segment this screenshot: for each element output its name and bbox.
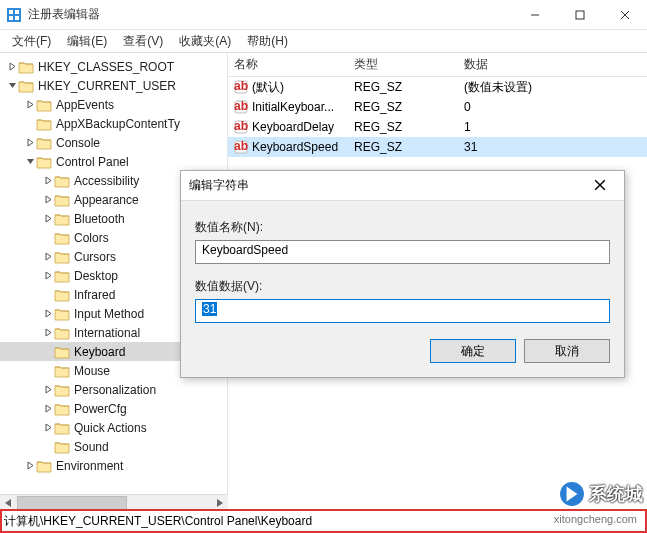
folder-icon <box>54 440 70 454</box>
folder-icon <box>36 98 52 112</box>
tree-item[interactable]: Quick Actions <box>0 418 227 437</box>
svg-marker-13 <box>27 159 34 164</box>
tree-item-label: Sound <box>74 440 109 454</box>
tree-twisty-icon[interactable] <box>6 81 18 90</box>
tree-item-label: Personalization <box>74 383 156 397</box>
value-data-input[interactable]: 31 <box>195 299 610 323</box>
tree-item[interactable]: Environment <box>0 456 227 475</box>
svg-marker-16 <box>46 215 51 222</box>
list-row[interactable]: ab(默认)REG_SZ(数值未设置) <box>228 77 647 97</box>
list-row[interactable]: abInitialKeyboar...REG_SZ0 <box>228 97 647 117</box>
folder-icon <box>54 345 70 359</box>
tree-twisty-icon[interactable] <box>24 138 36 147</box>
tree-twisty-icon[interactable] <box>24 461 36 470</box>
value-name-input-text: KeyboardSpeed <box>202 243 288 257</box>
folder-icon <box>54 250 70 264</box>
folder-icon <box>18 79 34 93</box>
tree-item-label: Keyboard <box>74 345 125 359</box>
svg-marker-19 <box>46 310 51 317</box>
tree-item[interactable]: AppEvents <box>0 95 227 114</box>
svg-marker-14 <box>46 177 51 184</box>
tree-twisty-icon[interactable] <box>6 62 18 71</box>
tree-item-label: AppEvents <box>56 98 114 112</box>
folder-icon <box>54 193 70 207</box>
folder-icon <box>36 459 52 473</box>
tree-item-label: Appearance <box>74 193 139 207</box>
value-name-input[interactable]: KeyboardSpeed <box>195 240 610 264</box>
menu-fav[interactable]: 收藏夹(A) <box>171 31 239 52</box>
tree-item[interactable]: HKEY_CURRENT_USER <box>0 76 227 95</box>
maximize-button[interactable] <box>557 0 602 30</box>
tree-item-label: Accessibility <box>74 174 139 188</box>
tree-item-label: Bluetooth <box>74 212 125 226</box>
ok-button[interactable]: 确定 <box>430 339 516 363</box>
folder-icon <box>54 421 70 435</box>
tree-twisty-icon[interactable] <box>42 252 54 261</box>
value-data-input-text: 31 <box>202 302 217 316</box>
tree-twisty-icon[interactable] <box>42 176 54 185</box>
window-title: 注册表编辑器 <box>28 6 512 23</box>
col-name-header[interactable]: 名称 <box>228 56 348 73</box>
string-value-icon: ab <box>234 100 248 114</box>
minimize-button[interactable] <box>512 0 557 30</box>
tree-item[interactable]: HKEY_CLASSES_ROOT <box>0 57 227 76</box>
close-button[interactable] <box>602 0 647 30</box>
folder-icon <box>54 288 70 302</box>
tree-item-label: HKEY_CLASSES_ROOT <box>38 60 174 74</box>
tree-twisty-icon[interactable] <box>42 195 54 204</box>
status-path: 计算机\HKEY_CURRENT_USER\Control Panel\Keyb… <box>4 513 312 530</box>
edit-string-dialog: 编辑字符串 数值名称(N): KeyboardSpeed 数值数据(V): 31… <box>180 170 625 378</box>
tree-item-label: PowerCfg <box>74 402 127 416</box>
tree-twisty-icon[interactable] <box>24 157 36 166</box>
tree-item[interactable]: Control Panel <box>0 152 227 171</box>
tree-item[interactable]: AppXBackupContentTy <box>0 114 227 133</box>
folder-icon <box>54 383 70 397</box>
folder-icon <box>36 136 52 150</box>
folder-icon <box>18 60 34 74</box>
svg-marker-12 <box>28 139 33 146</box>
tree-item[interactable]: PowerCfg <box>0 399 227 418</box>
dialog-close-button[interactable] <box>584 178 616 194</box>
svg-marker-11 <box>28 101 33 108</box>
tree-item[interactable]: Console <box>0 133 227 152</box>
list-row[interactable]: abKeyboardSpeedREG_SZ31 <box>228 137 647 157</box>
app-icon <box>6 7 22 23</box>
svg-text:ab: ab <box>234 100 248 113</box>
value-type: REG_SZ <box>348 140 458 154</box>
menu-file[interactable]: 文件(F) <box>4 31 59 52</box>
folder-icon <box>36 155 52 169</box>
tree-twisty-icon[interactable] <box>42 328 54 337</box>
svg-marker-15 <box>46 196 51 203</box>
menu-edit[interactable]: 编辑(E) <box>59 31 115 52</box>
tree-twisty-icon[interactable] <box>42 271 54 280</box>
tree-twisty-icon[interactable] <box>42 423 54 432</box>
svg-marker-18 <box>46 272 51 279</box>
tree-item-label: International <box>74 326 140 340</box>
value-type: REG_SZ <box>348 100 458 114</box>
svg-marker-22 <box>46 405 51 412</box>
list-row[interactable]: abKeyboardDelayREG_SZ1 <box>228 117 647 137</box>
col-type-header[interactable]: 类型 <box>348 56 458 73</box>
tree-twisty-icon[interactable] <box>24 100 36 109</box>
tree-item-label: HKEY_CURRENT_USER <box>38 79 176 93</box>
tree-item[interactable]: Personalization <box>0 380 227 399</box>
menu-help[interactable]: 帮助(H) <box>239 31 296 52</box>
tree-item[interactable]: Sound <box>0 437 227 456</box>
tree-twisty-icon[interactable] <box>42 309 54 318</box>
folder-icon <box>54 269 70 283</box>
tree-twisty-icon[interactable] <box>42 404 54 413</box>
title-bar: 注册表编辑器 <box>0 0 647 30</box>
value-name: KeyboardDelay <box>252 120 334 134</box>
folder-icon <box>54 174 70 188</box>
value-name: KeyboardSpeed <box>252 140 338 154</box>
tree-twisty-icon[interactable] <box>42 214 54 223</box>
tree-twisty-icon[interactable] <box>42 385 54 394</box>
menu-view[interactable]: 查看(V) <box>115 31 171 52</box>
col-data-header[interactable]: 数据 <box>458 56 647 73</box>
menu-bar: 文件(F) 编辑(E) 查看(V) 收藏夹(A) 帮助(H) <box>0 30 647 52</box>
cancel-button[interactable]: 取消 <box>524 339 610 363</box>
svg-rect-3 <box>9 16 13 20</box>
svg-text:ab: ab <box>234 140 248 153</box>
svg-text:ab: ab <box>234 80 248 93</box>
svg-rect-1 <box>9 10 13 14</box>
